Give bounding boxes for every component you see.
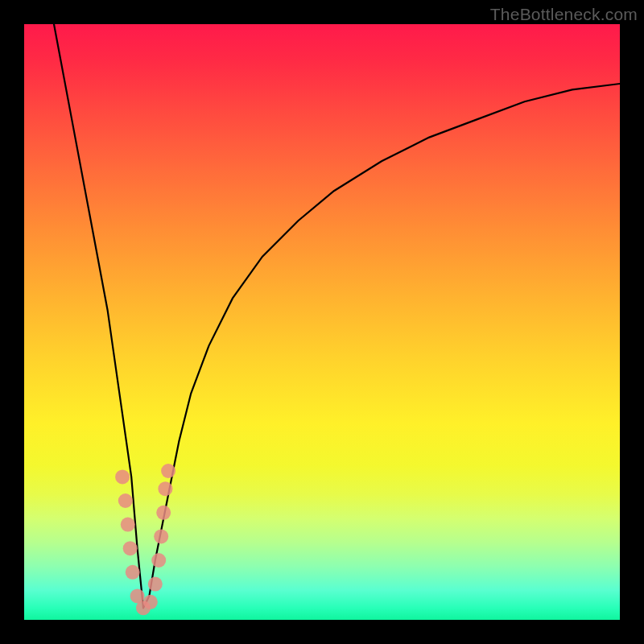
highlight-dot xyxy=(126,565,140,580)
highlight-dot xyxy=(123,541,138,555)
highlight-dots xyxy=(115,464,175,615)
watermark-text: TheBottleneck.com xyxy=(490,5,638,24)
bottleneck-curve xyxy=(54,24,620,608)
highlight-dot xyxy=(161,464,175,478)
highlight-dot xyxy=(156,506,171,520)
highlight-dot xyxy=(158,481,172,496)
chart-frame: TheBottleneck.com xyxy=(0,0,644,644)
highlight-dot xyxy=(151,553,166,568)
highlight-dot xyxy=(154,529,168,543)
highlight-dot xyxy=(121,518,135,532)
highlight-dot xyxy=(148,577,163,592)
curve-layer xyxy=(24,24,620,620)
plot-area xyxy=(24,24,620,620)
highlight-dot xyxy=(118,493,133,508)
highlight-dot xyxy=(143,595,158,609)
highlight-dot xyxy=(115,469,130,484)
